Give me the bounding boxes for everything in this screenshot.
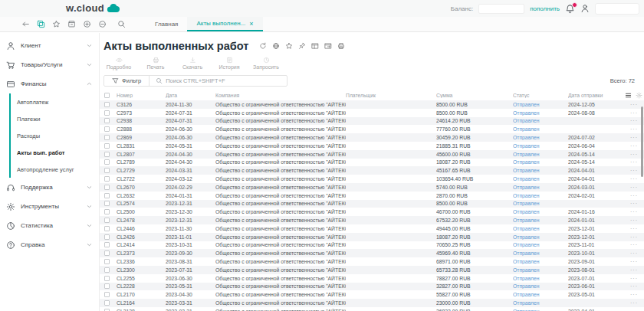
- row-checkbox[interactable]: [104, 126, 110, 132]
- table-row[interactable]: CL23002023-07-31Общество с ограниченной …: [100, 266, 644, 274]
- global-search-icon[interactable]: [117, 17, 126, 31]
- user-name-field[interactable]: [595, 3, 639, 15]
- row-checkbox[interactable]: [104, 102, 110, 107]
- vertical-scrollbar-thumb[interactable]: [641, 106, 643, 177]
- row-menu-button[interactable]: ···: [625, 242, 644, 247]
- table-row[interactable]: C28882024-06-30Общество с ограниченной о…: [100, 125, 644, 133]
- sidebar-item-клиент[interactable]: Клиент: [0, 36, 99, 55]
- toolbar-button-запросить[interactable]: Запросить: [248, 56, 284, 70]
- table-row[interactable]: CL21282023-03-31Общество с ограниченной …: [100, 307, 644, 311]
- row-checkbox[interactable]: [104, 193, 110, 198]
- table-export-icon[interactable]: [324, 42, 332, 50]
- table-row[interactable]: CL28312024-05-31Общество с ограниченной …: [100, 142, 644, 150]
- row-checkbox[interactable]: [104, 201, 110, 206]
- notifications-bell-icon[interactable]: [565, 4, 575, 14]
- table-row[interactable]: CL21642023-03-31Общество с ограниченной …: [100, 299, 644, 307]
- row-checkbox[interactable]: [104, 135, 110, 140]
- row-checkbox[interactable]: [104, 118, 110, 123]
- globe-icon[interactable]: [272, 42, 280, 50]
- row-checkbox[interactable]: [104, 176, 110, 182]
- toolbar-button-подробно[interactable]: Подробно: [101, 56, 136, 70]
- row-checkbox[interactable]: [104, 168, 110, 173]
- sidebar-item-справка[interactable]: Справка: [0, 235, 99, 254]
- row-checkbox[interactable]: [104, 226, 110, 231]
- row-checkbox[interactable]: [104, 300, 110, 306]
- row-checkbox[interactable]: [104, 110, 110, 116]
- sidebar-subitem-автопродление-услуг[interactable]: Автопродление услуг: [11, 161, 99, 178]
- row-menu-button[interactable]: ···: [625, 292, 644, 297]
- table-row[interactable]: CL22282023-05-31Общество с ограниченной …: [100, 283, 644, 291]
- pin-icon[interactable]: [298, 42, 306, 50]
- printer-icon[interactable]: [337, 42, 345, 50]
- duplicate-tab-icon[interactable]: [37, 20, 45, 28]
- balance-value-field[interactable]: [478, 4, 524, 14]
- table-row[interactable]: C28692024-06-30Общество с ограниченной о…: [100, 133, 644, 142]
- row-checkbox[interactable]: [104, 242, 110, 247]
- row-menu-button[interactable]: ···: [625, 259, 644, 264]
- row-menu-button[interactable]: ···: [625, 226, 644, 231]
- table-search-input[interactable]: [166, 77, 281, 84]
- select-all-checkbox[interactable]: [104, 93, 110, 98]
- header-date[interactable]: Дата: [166, 93, 215, 98]
- user-icon[interactable]: [580, 4, 590, 13]
- row-checkbox[interactable]: [104, 159, 110, 165]
- toolbar-button-история[interactable]: История: [212, 56, 247, 70]
- row-checkbox[interactable]: [104, 143, 110, 149]
- table-row[interactable]: C29382024-07-31Общество с ограниченной о…: [100, 117, 644, 126]
- row-checkbox[interactable]: [104, 250, 110, 256]
- table-settings-gear-icon[interactable]: [636, 92, 642, 99]
- sidebar-item-поддержка[interactable]: Поддержка: [0, 178, 99, 197]
- tab-0[interactable]: Главная: [146, 17, 187, 31]
- row-menu-button[interactable]: ···: [625, 209, 644, 214]
- table-row[interactable]: CL25002023-12-30Общество с ограниченной …: [100, 208, 644, 216]
- table-row[interactable]: CL21702023-04-30Общество с ограниченной …: [100, 290, 644, 299]
- row-menu-button[interactable]: ···: [625, 218, 644, 223]
- table-row[interactable]: CL27292024-03-31Общество с ограниченной …: [100, 166, 644, 175]
- row-menu-button[interactable]: ···: [625, 234, 644, 240]
- table-row[interactable]: CL22552023-06-30Общество с ограниченной …: [100, 274, 644, 283]
- table-view-toggle-icon[interactable]: [625, 92, 632, 99]
- row-checkbox[interactable]: [104, 259, 110, 264]
- row-menu-button[interactable]: ···: [625, 283, 644, 289]
- zoom-out-icon[interactable]: [98, 20, 107, 28]
- row-menu-button[interactable]: ···: [625, 201, 644, 206]
- row-checkbox[interactable]: [104, 292, 110, 297]
- table-row[interactable]: CL23732023-09-30Общество с ограниченной …: [100, 249, 644, 257]
- sidebar-subitem-расходы[interactable]: Расходы: [11, 127, 99, 144]
- header-payer[interactable]: Плательщик: [346, 93, 436, 98]
- header-status[interactable]: Статус: [513, 93, 568, 98]
- favorite-star-icon[interactable]: [52, 20, 61, 28]
- header-company[interactable]: Компания: [215, 93, 346, 98]
- table-row[interactable]: CL24462023-11-30Общество с ограниченной …: [100, 224, 644, 233]
- sidebar-subitem-акты-вып-работ[interactable]: Акты вып. работ: [11, 144, 99, 161]
- header-number[interactable]: Номер: [117, 93, 166, 98]
- table-row[interactable]: CL26702024-02-29Общество с ограниченной …: [100, 183, 644, 192]
- row-menu-button[interactable]: ···: [625, 185, 644, 190]
- toolbar-button-скачать[interactable]: Скачать: [175, 56, 210, 70]
- zoom-in-icon[interactable]: [83, 20, 91, 28]
- archive-box-icon[interactable]: [67, 20, 76, 28]
- filter-button[interactable]: Фильтр: [104, 77, 149, 84]
- table-row[interactable]: CL27222024-03-12Общество с ограниченной …: [100, 175, 644, 183]
- back-arrow-icon[interactable]: [21, 20, 30, 28]
- table-row[interactable]: CL23362023-08-31Общество с ограниченной …: [100, 257, 644, 266]
- table-row[interactable]: CL26322024-01-31Общество с ограниченной …: [100, 192, 644, 200]
- sidebar-item-товары-услуги[interactable]: Товары/Услуги: [0, 55, 99, 74]
- table-row[interactable]: C29732024-07-31Общество с ограниченной о…: [100, 109, 644, 117]
- row-checkbox[interactable]: [104, 234, 110, 240]
- table-row[interactable]: CL28072024-04-30Общество с ограниченной …: [100, 150, 644, 159]
- sidebar-subitem-платежи[interactable]: Платежи: [11, 110, 99, 127]
- row-menu-button[interactable]: ···: [625, 300, 644, 306]
- row-checkbox[interactable]: [104, 283, 110, 289]
- tab-close-icon[interactable]: ×: [249, 20, 253, 28]
- star-icon[interactable]: [285, 42, 293, 50]
- row-checkbox[interactable]: [104, 276, 110, 281]
- toolbar-button-печать[interactable]: Печать: [138, 56, 173, 70]
- table-row[interactable]: CL24262023-11-01Общество с ограниченной …: [100, 233, 644, 241]
- row-checkbox[interactable]: [104, 152, 110, 157]
- table-row[interactable]: CL24782023-12-31Общество с ограниченной …: [100, 216, 644, 224]
- header-sum[interactable]: Сумма: [436, 93, 513, 98]
- topup-link[interactable]: пополнить: [530, 5, 560, 12]
- sidebar-subitem-автоплатеж[interactable]: Автоплатеж: [11, 93, 99, 110]
- row-checkbox[interactable]: [104, 218, 110, 223]
